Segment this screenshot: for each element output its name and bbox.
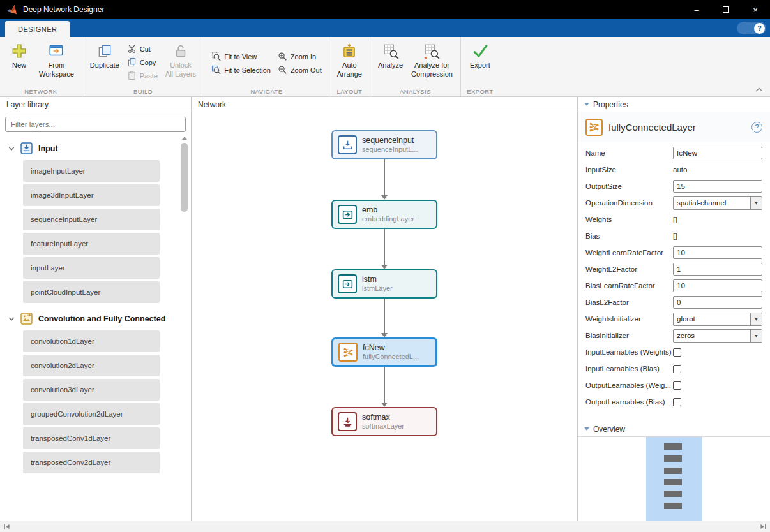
output-learnables-bias-checkbox[interactable] bbox=[673, 398, 681, 406]
group-navigate: Fit to View Fit to Selection bbox=[204, 37, 329, 96]
tab-designer[interactable]: DESIGNER bbox=[5, 21, 70, 37]
minimap-node-bar bbox=[664, 468, 682, 474]
layer-item[interactable]: groupedConvolution2dLayer bbox=[23, 403, 160, 425]
cut-icon bbox=[127, 44, 137, 54]
input-section-icon bbox=[20, 142, 33, 154]
group-network: New From Workspace NETWORK bbox=[0, 37, 82, 96]
minimize-button[interactable]: – bbox=[682, 0, 711, 19]
name-field[interactable] bbox=[673, 147, 762, 159]
bias-initializer-select[interactable]: zeros ▼ bbox=[673, 329, 762, 343]
help-button[interactable]: ? bbox=[737, 22, 766, 34]
copy-button[interactable]: Copy bbox=[125, 57, 160, 68]
property-row: WeightLearnRateFactor bbox=[585, 244, 762, 261]
weight-l2-factor-field[interactable] bbox=[673, 263, 762, 276]
layer-item[interactable]: sequenceInputLayer bbox=[23, 209, 160, 230]
new-button[interactable]: New bbox=[4, 40, 34, 87]
layer-item[interactable]: pointCloudInputLayer bbox=[23, 281, 160, 303]
layer-item[interactable]: inputLayer bbox=[23, 257, 160, 279]
analyze-compression-icon bbox=[423, 43, 440, 59]
group-label-navigate: NAVIGATE bbox=[204, 88, 329, 95]
library-scrollbar[interactable] bbox=[181, 137, 188, 517]
fit-to-view-button[interactable]: Fit to View bbox=[209, 51, 273, 62]
cut-button[interactable]: Cut bbox=[125, 43, 160, 54]
maximize-button[interactable] bbox=[711, 0, 741, 19]
bias-l2-factor-field[interactable] bbox=[673, 296, 762, 309]
zoom-in-icon bbox=[278, 52, 287, 61]
layer-item[interactable]: convolution1dLayer bbox=[23, 330, 160, 352]
weight-learn-rate-factor-field[interactable] bbox=[673, 246, 762, 259]
property-row: BiasL2Factor bbox=[585, 294, 762, 311]
unlock-icon bbox=[172, 43, 189, 59]
zoom-in-button[interactable]: Zoom In bbox=[275, 51, 324, 62]
paste-button[interactable]: Paste bbox=[125, 70, 160, 81]
property-row: Weights [] bbox=[585, 211, 762, 228]
collapse-left-panel-icon[interactable] bbox=[3, 523, 10, 530]
copy-icon bbox=[127, 57, 137, 67]
library-scrollbar-thumb[interactable] bbox=[181, 143, 188, 212]
layer-item[interactable]: featureInputLayer bbox=[23, 233, 160, 255]
from-workspace-button[interactable]: From Workspace bbox=[36, 40, 77, 87]
minimap-node-bar bbox=[664, 491, 682, 497]
input-learnables-weights-checkbox[interactable] bbox=[673, 348, 681, 357]
outputsize-field[interactable] bbox=[673, 180, 762, 193]
property-row: InputLearnables (Bias) bbox=[585, 360, 762, 377]
layer-item[interactable]: imageInputLayer bbox=[23, 160, 160, 182]
weights-value: [] bbox=[673, 216, 677, 223]
property-row: BiasLearnRateFactor bbox=[585, 277, 762, 294]
layer-item[interactable]: transposedConv2dLayer bbox=[23, 452, 160, 473]
dropdown-arrow-icon: ▼ bbox=[750, 197, 762, 209]
minimap-node-bar bbox=[664, 503, 682, 509]
analyze-button[interactable]: Analyze bbox=[375, 40, 406, 87]
properties-header[interactable]: Properties bbox=[578, 97, 770, 112]
minimap-node-bar bbox=[664, 443, 682, 450]
bias-learn-rate-factor-field[interactable] bbox=[673, 279, 762, 292]
minimize-icon: – bbox=[694, 5, 698, 15]
node-emb[interactable]: emb embeddingLayer bbox=[331, 200, 437, 229]
bias-value: [] bbox=[673, 232, 677, 240]
layer-item[interactable]: convolution3dLayer bbox=[23, 379, 160, 401]
close-button[interactable]: × bbox=[741, 0, 770, 19]
node-softmax[interactable]: softmax softmaxLayer bbox=[331, 407, 437, 436]
input-learnables-bias-checkbox[interactable] bbox=[673, 365, 681, 373]
toolbar-empty-area bbox=[499, 37, 770, 96]
analyze-compression-button[interactable]: Analyze for Compression bbox=[408, 40, 456, 87]
zoom-out-button[interactable]: Zoom Out bbox=[275, 64, 324, 75]
status-bar bbox=[0, 521, 770, 532]
edge-connector bbox=[384, 159, 385, 195]
auto-arrange-button[interactable]: Auto Arrange bbox=[334, 40, 365, 87]
node-fcnew[interactable]: fcNew fullyConnectedL... bbox=[331, 337, 437, 367]
section-convolution[interactable]: Convolution and Fully Connected bbox=[0, 306, 191, 330]
layer-item[interactable]: transposedConv1dLayer bbox=[23, 427, 160, 449]
softmax-layer-icon bbox=[338, 412, 357, 431]
titlebar: Deep Network Designer – × bbox=[0, 0, 770, 19]
operation-dimension-select[interactable]: spatial-channel ▼ bbox=[673, 196, 762, 210]
group-label-build: BUILD bbox=[82, 88, 204, 95]
ribbon-tab-strip: DESIGNER ? bbox=[0, 19, 770, 37]
inputsize-value: auto bbox=[673, 166, 687, 174]
weights-initializer-select[interactable]: glorot ▼ bbox=[673, 313, 762, 326]
node-sequenceinput[interactable]: sequenceinput sequenceInputL... bbox=[331, 130, 437, 159]
unlock-all-layers-button[interactable]: Unlock All Layers bbox=[162, 40, 199, 87]
layer-item[interactable]: convolution2dLayer bbox=[23, 355, 160, 376]
property-row: WeightsInitializer glorot ▼ bbox=[585, 311, 762, 327]
collapse-toolstrip-icon[interactable] bbox=[755, 87, 764, 92]
node-lstm[interactable]: lstm lstmLayer bbox=[331, 269, 437, 299]
property-row: InputSize auto bbox=[585, 161, 762, 178]
section-input[interactable]: Input bbox=[0, 135, 191, 160]
chevron-down-icon bbox=[8, 145, 15, 152]
layer-item[interactable]: image3dInputLayer bbox=[23, 184, 160, 206]
collapse-right-panel-icon[interactable] bbox=[760, 523, 767, 530]
fit-to-selection-button[interactable]: Fit to Selection bbox=[209, 64, 273, 75]
layer-help-button[interactable]: ? bbox=[751, 122, 762, 133]
duplicate-button[interactable]: Duplicate bbox=[87, 40, 123, 87]
overview-header[interactable]: Overview bbox=[578, 422, 770, 437]
toolstrip: New From Workspace NETWORK Duplicate bbox=[0, 37, 770, 97]
filter-layers-input[interactable] bbox=[5, 117, 186, 132]
network-canvas[interactable]: sequenceinput sequenceInputL... emb embe… bbox=[192, 112, 577, 521]
lstm-layer-icon bbox=[338, 274, 357, 293]
group-label-export: EXPORT bbox=[461, 88, 499, 95]
output-learnables-weights-checkbox[interactable] bbox=[673, 381, 681, 390]
selected-layer-title-row: fullyConnectedLayer ? bbox=[578, 112, 770, 142]
embedding-layer-icon bbox=[338, 205, 357, 224]
export-button[interactable]: Export bbox=[465, 40, 495, 87]
